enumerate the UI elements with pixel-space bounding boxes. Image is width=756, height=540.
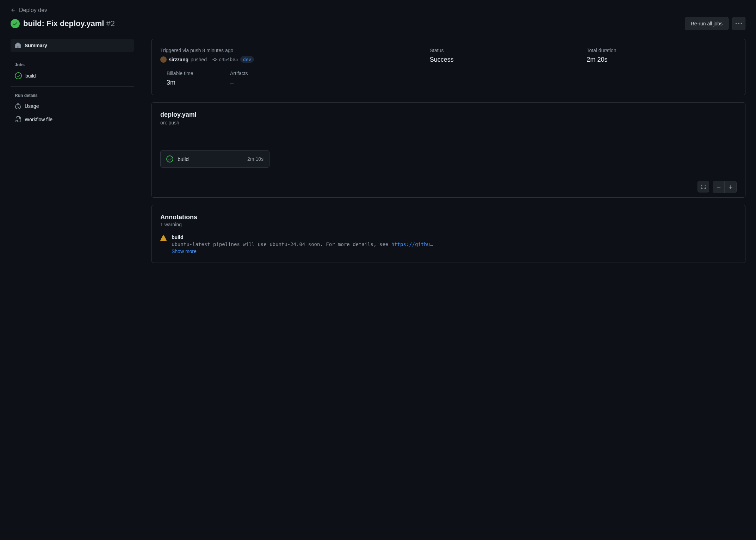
annotation-item: build ubuntu-latest pipelines will use u… (160, 234, 737, 254)
breadcrumb-label: Deploy dev (19, 7, 47, 13)
job-name: build (178, 156, 243, 162)
workflow-file-name: deploy.yaml (160, 111, 737, 118)
success-icon (15, 72, 22, 79)
artifacts-label: Artifacts (230, 70, 286, 76)
sidebar-heading-run-details: Run details (11, 90, 134, 99)
workflow-trigger: on: push (160, 120, 737, 125)
arrow-left-icon (11, 7, 16, 13)
zoom-in-button[interactable] (725, 181, 736, 193)
home-icon (15, 42, 21, 49)
annotations-subtitle: 1 warning (160, 222, 737, 227)
sidebar-item-label: build (25, 73, 36, 79)
job-duration: 2m 10s (247, 156, 264, 162)
sidebar: Summary Jobs build Run details Usage Wor… (11, 39, 134, 270)
main-content: Triggered via push 8 minutes ago sirzzan… (151, 39, 745, 270)
sidebar-item-label: Usage (25, 103, 39, 109)
sidebar-item-usage[interactable]: Usage (11, 99, 134, 113)
commit-icon (212, 57, 217, 62)
fullscreen-icon (701, 184, 706, 189)
trigger-text: Triggered via push 8 minutes ago (160, 48, 423, 53)
stopwatch-icon (15, 103, 21, 109)
duration-value: 2m 20s (587, 56, 737, 63)
rerun-all-jobs-button[interactable]: Re-run all jobs (685, 17, 729, 30)
summary-card: Triggered via push 8 minutes ago sirzzan… (151, 39, 745, 95)
sidebar-heading-jobs: Jobs (11, 60, 134, 69)
show-more-button[interactable]: Show more (172, 248, 737, 254)
sidebar-item-summary[interactable]: Summary (11, 39, 134, 52)
page-title-row: build: Fix deploy.yaml #2 (11, 19, 115, 28)
run-number: #2 (106, 19, 115, 28)
page-title: build: Fix deploy.yaml #2 (23, 19, 115, 28)
status-value: Success (430, 56, 580, 63)
annotation-link[interactable]: https://githu… (391, 241, 433, 247)
file-code-icon (15, 116, 21, 123)
avatar[interactable] (160, 56, 167, 63)
plus-icon (728, 185, 733, 190)
artifacts-value: – (230, 79, 286, 86)
more-actions-button[interactable] (732, 17, 745, 30)
annotations-title: Annotations (160, 214, 737, 221)
fullscreen-button[interactable] (698, 181, 709, 192)
minus-icon (716, 185, 721, 190)
annotation-name: build (172, 234, 737, 240)
billable-value: 3m (167, 79, 223, 86)
warning-icon (160, 235, 167, 241)
status-label: Status (430, 48, 580, 53)
annotations-card: Annotations 1 warning build ubuntu-lates… (151, 205, 745, 263)
commit-link[interactable]: c454be5 (212, 57, 238, 62)
pushed-text: pushed (191, 57, 207, 62)
sidebar-item-workflow-file[interactable]: Workflow file (11, 113, 134, 126)
success-icon (11, 19, 20, 28)
zoom-out-button[interactable] (713, 181, 725, 193)
sidebar-item-label: Summary (25, 43, 47, 48)
sidebar-item-job-build[interactable]: build (11, 69, 134, 83)
kebab-icon (736, 20, 742, 27)
workflow-graph-card: deploy.yaml on: push build 2m 10s (151, 102, 745, 198)
billable-label: Billable time (167, 70, 223, 76)
user-link[interactable]: sirzzang (169, 57, 188, 62)
annotation-message: ubuntu-latest pipelines will use ubuntu-… (172, 241, 737, 247)
sidebar-item-label: Workflow file (25, 117, 52, 122)
duration-label: Total duration (587, 48, 737, 53)
branch-badge[interactable]: dev (240, 56, 254, 63)
breadcrumb-back[interactable]: Deploy dev (11, 7, 745, 13)
job-node-build[interactable]: build 2m 10s (160, 150, 269, 168)
success-icon (166, 155, 173, 162)
